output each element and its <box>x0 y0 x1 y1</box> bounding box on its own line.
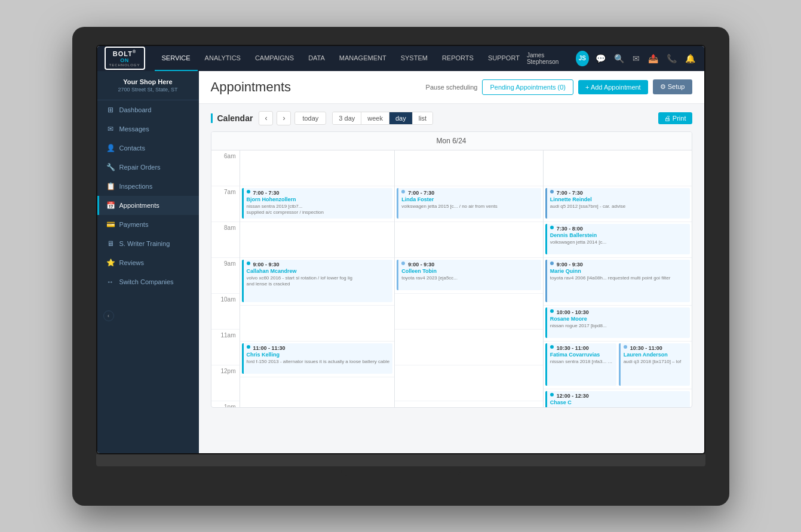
appt-marie[interactable]: 9:00 - 9:30 Marie Quinn toyota rav4 2006… <box>545 260 690 302</box>
content-header: Appointments Pause scheduling Pending Ap… <box>199 71 704 104</box>
row-9am-col2[interactable]: 9:00 - 9:30 Colleen Tobin toyota rav4 20… <box>395 258 543 294</box>
appt-dot <box>550 190 554 193</box>
row-9am-col1[interactable]: 9:00 - 9:30 Callahan Mcandrew volvo xc60… <box>240 258 395 306</box>
calendar-date-header: Mon 6/24 <box>211 132 692 150</box>
inspections-icon: 📋 <box>106 182 115 190</box>
sidebar: Your Shop Here 2700 Street St, State, ST… <box>97 71 199 453</box>
appt-linda[interactable]: 7:00 - 7:30 Linda Foster volkswagen jett… <box>397 188 541 219</box>
add-appointment-button[interactable]: + Add Appointment <box>578 80 648 94</box>
sidebar-item-reviews[interactable]: ⭐ Reviews <box>97 253 199 272</box>
time-slot-9am: 9am <box>211 258 240 294</box>
top-navigation: BOLT® ON TECHNOLOGY SERVICE ANALYTICS CA… <box>97 46 704 71</box>
shop-address: 2700 Street St, State, ST <box>103 87 193 93</box>
appt-chase[interactable]: 12:00 - 12:30 Chase C land rover range r… <box>545 391 690 407</box>
upload-icon[interactable]: 📤 <box>646 54 660 63</box>
next-button[interactable]: › <box>277 111 291 125</box>
pause-scheduling-label: Pause scheduling <box>426 84 478 91</box>
time-slot-8am: 8am <box>211 222 240 258</box>
page-title: Appointments <box>211 79 291 95</box>
row-9am-col3[interactable]: 9:00 - 9:30 Marie Quinn toyota rav4 2006… <box>544 258 692 306</box>
sidebar-item-contacts[interactable]: 👤 Contacts <box>97 139 199 158</box>
row-11am-col1[interactable]: 11:00 - 11:30 Chris Kelling ford f-150 2… <box>240 342 395 377</box>
row-1030-col3[interactable]: 10:30 - 11:00 Fatima Covarruvias nissan … <box>544 342 692 389</box>
row-6am-col1 <box>240 150 395 186</box>
sidebar-item-inspections[interactable]: 📋 Inspections <box>97 177 199 196</box>
nav-data[interactable]: DATA <box>301 46 332 71</box>
sidebar-item-messages[interactable]: ✉ Messages <box>97 119 199 139</box>
appt-dennis[interactable]: 7:30 - 8:00 Dennis Ballerstein volkswage… <box>545 224 690 254</box>
appt-detail: volvo xc60 2016 - start sl rotation / lo… <box>247 275 390 281</box>
row-7am-col2[interactable]: 7:00 - 7:30 Linda Foster volkswagen jett… <box>395 186 543 222</box>
switch-companies-icon: ↔ <box>106 278 115 286</box>
bell-icon[interactable]: 🔔 <box>683 54 697 63</box>
nav-management[interactable]: MANAGEMENT <box>332 46 394 71</box>
appt-rosane[interactable]: 10:00 - 10:30 Rosane Moore nissan rogue … <box>545 307 690 338</box>
appt-time: 9:00 - 9:30 <box>408 262 434 269</box>
setup-button[interactable]: ⚙ Setup <box>653 79 692 94</box>
row-12pm-col3[interactable]: 12:00 - 12:30 Chase C land rover range r… <box>544 389 692 407</box>
nav-service[interactable]: SERVICE <box>155 46 198 71</box>
appt-fatima[interactable]: 10:30 - 11:00 Fatima Covarruvias nissan … <box>545 343 616 386</box>
nav-campaigns[interactable]: CAMPAIGNS <box>248 46 301 71</box>
sidebar-collapse-button[interactable]: ‹ <box>103 310 114 321</box>
prev-button[interactable]: ‹ <box>259 111 273 125</box>
phone-icon[interactable]: 📞 <box>665 54 679 63</box>
nav-support[interactable]: SUPPORT <box>481 46 527 71</box>
appt-chris[interactable]: 11:00 - 11:30 Chris Kelling ford f-150 2… <box>242 343 393 374</box>
print-button[interactable]: 🖨 Print <box>658 112 692 124</box>
sidebar-item-appointments[interactable]: 📅 Appointments <box>97 196 199 215</box>
appt-name: Chase C <box>550 399 687 407</box>
time-slot-6am: 6am <box>211 150 240 186</box>
appt-dot <box>247 345 250 349</box>
today-button[interactable]: today <box>294 112 326 125</box>
nav-system[interactable]: SYSTEM <box>394 46 435 71</box>
time-slot-12pm: 12pm <box>211 365 240 401</box>
search-icon[interactable]: 🔍 <box>612 54 626 63</box>
appt-linnette[interactable]: 7:00 - 7:30 Linnette Reindel audi q5 201… <box>545 188 690 219</box>
time-slot-7am: 7am <box>211 186 240 222</box>
row-7am-col3[interactable]: 7:00 - 7:30 Linnette Reindel audi q5 201… <box>544 186 692 222</box>
day-column-2: 7:00 - 7:30 Linda Foster volkswagen jett… <box>395 150 544 407</box>
nav-analytics[interactable]: ANALYTICS <box>198 46 248 71</box>
nav-avatar[interactable]: JS <box>576 51 588 66</box>
day-column-1: 7:00 - 7:30 Bjorn Hohenzollern nissan se… <box>240 150 395 407</box>
row-1pm-col2 <box>395 401 543 407</box>
main-layout: Your Shop Here 2700 Street St, State, ST… <box>97 71 704 453</box>
row-7am-col1[interactable]: 7:00 - 7:30 Bjorn Hohenzollern nissan se… <box>240 186 395 222</box>
chat-icon[interactable]: 💬 <box>594 54 607 63</box>
pending-appointments-button[interactable]: Pending Appointments (0) <box>482 79 573 95</box>
sidebar-item-writer-training[interactable]: 🖥 S. Writer Training <box>97 234 199 253</box>
view-week-button[interactable]: week <box>361 112 389 124</box>
sidebar-label-reviews: Reviews <box>119 259 145 266</box>
nav-reports[interactable]: REPORTS <box>435 46 481 71</box>
time-slot-10am: 10am <box>211 294 240 330</box>
sidebar-label-payments: Payments <box>119 221 149 228</box>
dashboard-icon: ⊞ <box>106 106 115 114</box>
appt-colleen[interactable]: 9:00 - 9:30 Colleen Tobin toyota rav4 20… <box>397 260 541 290</box>
appt-name: Marie Quinn <box>550 268 687 275</box>
appt-bjorn[interactable]: 7:00 - 7:30 Bjorn Hohenzollern nissan se… <box>242 188 393 219</box>
sidebar-item-payments[interactable]: 💳 Payments <box>97 215 199 234</box>
appt-callahan[interactable]: 9:00 - 9:30 Callahan Mcandrew volvo xc60… <box>242 260 393 302</box>
appt-detail: toyota rav4 2006 [l4a08h... requested mu… <box>550 275 687 281</box>
contacts-icon: 👤 <box>106 144 115 152</box>
view-list-button[interactable]: list <box>413 112 432 124</box>
sidebar-item-dashboard[interactable]: ⊞ Dashboard <box>97 100 199 119</box>
appt-detail: nissan sentra 2018 [nfa3... well <box>550 359 613 365</box>
sidebar-item-repair-orders[interactable]: 🔧 Repair Orders <box>97 158 199 177</box>
row-10am-col3[interactable]: 10:00 - 10:30 Rosane Moore nissan rogue … <box>544 306 692 342</box>
sidebar-item-switch-companies[interactable]: ↔ Switch Companies <box>97 272 199 291</box>
calendar-controls: ‹ › today <box>259 111 326 125</box>
appt-name: Chris Kelling <box>247 352 390 359</box>
row-10am-col2 <box>395 294 543 330</box>
appt-dot <box>550 393 554 396</box>
logo-on: ON <box>120 57 129 63</box>
view-3day-button[interactable]: 3 day <box>333 112 361 124</box>
message-icon[interactable]: ✉ <box>631 54 642 63</box>
appt-name: Bjorn Hohenzollern <box>247 196 390 204</box>
view-day-button[interactable]: day <box>389 112 413 124</box>
calendar-header: Calendar ‹ › today 3 day week day list <box>211 111 692 125</box>
appt-name: Linda Foster <box>401 196 538 204</box>
appt-lauren[interactable]: 10:30 - 11:00 Lauren Anderson audi q3 20… <box>619 343 690 386</box>
row-730-col3[interactable]: 7:30 - 8:00 Dennis Ballerstein volkswage… <box>544 222 692 258</box>
